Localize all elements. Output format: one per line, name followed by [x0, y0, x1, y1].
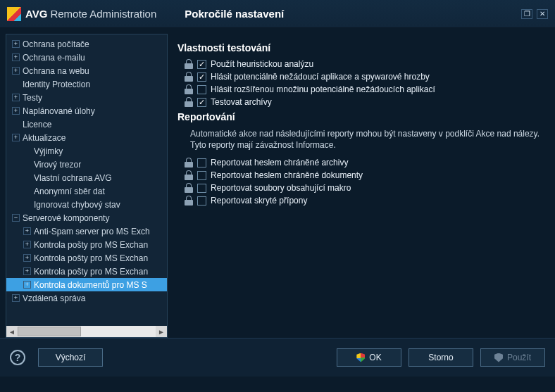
- tree-item-label: Kontrola pošty pro MS Exchan: [34, 253, 148, 263]
- tree-item[interactable]: +Aktualizace: [6, 131, 167, 144]
- lock-icon[interactable]: [185, 59, 193, 69]
- tree-item[interactable]: +Kontrola pošty pro MS Exchan: [6, 265, 167, 278]
- lock-icon[interactable]: [185, 170, 193, 180]
- tree-item[interactable]: Anonymní sběr dat: [6, 184, 167, 198]
- expand-icon[interactable]: +: [23, 281, 31, 289]
- tree-item[interactable]: +Vzdálená správa: [6, 291, 167, 305]
- ok-button[interactable]: OK: [337, 348, 401, 367]
- close-button[interactable]: ✕: [537, 9, 548, 19]
- shield-icon: [356, 353, 365, 362]
- reporting-description: Automatické akce nad následujícími repor…: [190, 128, 541, 151]
- tree-item[interactable]: +Testy: [6, 91, 167, 104]
- tree-item[interactable]: Vlastní ochrana AVG: [6, 171, 167, 184]
- shield-icon: [494, 353, 503, 362]
- tree-item[interactable]: +Naplánované úlohy: [6, 104, 167, 118]
- tree-item-label: Anonymní sběr dat: [34, 186, 105, 196]
- expand-icon[interactable]: +: [23, 227, 31, 235]
- lock-icon[interactable]: [185, 97, 193, 107]
- tree-item[interactable]: Identity Protection: [6, 77, 167, 91]
- help-button[interactable]: ?: [10, 350, 25, 365]
- tree-item[interactable]: Ignorovat chybový stav: [6, 198, 167, 211]
- content-panel: Vlastnosti testování Použít heuristickou…: [173, 34, 549, 338]
- expand-icon[interactable]: +: [12, 107, 20, 115]
- horizontal-scrollbar[interactable]: ◄ ►: [6, 326, 167, 337]
- checkbox-row: Hlásit rozšířenou množinu potenciálně ne…: [185, 84, 541, 94]
- checkbox[interactable]: [197, 158, 206, 167]
- checkbox-row: Testovat archívy: [185, 97, 541, 107]
- checkbox-label: Použít heuristickou analýzu: [211, 59, 313, 69]
- checkbox[interactable]: [197, 85, 206, 94]
- tree-item[interactable]: +Ochrana na webu: [6, 64, 167, 77]
- scrollbar-thumb[interactable]: [18, 327, 81, 336]
- tree-item[interactable]: −Serverové komponenty: [6, 211, 167, 225]
- tree-item-label: Kontrola dokumentů pro MS S: [34, 280, 147, 290]
- maximize-button[interactable]: ❐: [521, 9, 532, 19]
- checkbox[interactable]: [197, 196, 206, 206]
- lock-icon[interactable]: [185, 84, 193, 94]
- expand-icon[interactable]: +: [12, 94, 20, 101]
- lock-icon[interactable]: [185, 72, 193, 82]
- tree-item[interactable]: +Anti-Spam server pro MS Exch: [6, 225, 167, 238]
- checkbox-label: Reportovat soubory obsahující makro: [211, 183, 351, 193]
- scroll-left-icon[interactable]: ◄: [6, 326, 18, 337]
- checkbox[interactable]: [197, 60, 206, 69]
- brand-name: AVG: [25, 8, 47, 20]
- expand-icon[interactable]: +: [23, 241, 31, 248]
- apply-button[interactable]: Použít: [480, 348, 545, 367]
- lock-icon[interactable]: [185, 158, 193, 167]
- checkbox-label: Reportovat skryté přípony: [211, 196, 307, 206]
- expand-icon[interactable]: +: [23, 254, 31, 262]
- expander-placeholder: [23, 201, 31, 208]
- tree-item-label: Vzdálená správa: [23, 293, 85, 303]
- checkbox[interactable]: [197, 171, 206, 180]
- section-reporting: Reportování: [177, 111, 541, 122]
- tree-item[interactable]: +Ochrana počítače: [6, 37, 167, 51]
- checkbox-row: Reportovat heslem chráněné archivy: [185, 158, 541, 167]
- checkbox-label: Reportovat heslem chráněné archivy: [211, 158, 348, 167]
- tree-item-label: Licence: [23, 120, 51, 129]
- default-button[interactable]: Výchozí: [38, 348, 103, 367]
- tree-item-label: Serverové komponenty: [23, 213, 109, 223]
- expand-icon[interactable]: +: [12, 67, 20, 75]
- expand-icon[interactable]: +: [12, 134, 20, 141]
- tree-item-label: Aktualizace: [23, 133, 66, 143]
- lock-icon[interactable]: [185, 183, 193, 193]
- tree-item[interactable]: +Kontrola pošty pro MS Exchan: [6, 238, 167, 251]
- footer: ? Výchozí OK Storno Použít: [0, 338, 555, 377]
- expander-placeholder: [23, 160, 31, 168]
- lock-icon[interactable]: [185, 196, 193, 206]
- tree-item[interactable]: Licence: [6, 118, 167, 131]
- checkbox-row: Použít heuristickou analýzu: [185, 59, 541, 69]
- expand-icon[interactable]: +: [12, 40, 20, 48]
- tree-item[interactable]: +Kontrola dokumentů pro MS S: [6, 278, 167, 291]
- checkbox[interactable]: [197, 72, 206, 82]
- checkbox[interactable]: [197, 184, 206, 193]
- tree-item-label: Kontrola pošty pro MS Exchan: [34, 267, 148, 277]
- tree-item-label: Ochrana e-mailu: [23, 53, 85, 63]
- avg-logo-icon: [7, 7, 21, 21]
- collapse-icon[interactable]: −: [12, 214, 20, 222]
- expander-placeholder: [23, 187, 31, 195]
- product-name: Remote Administration: [50, 8, 156, 20]
- tree-item[interactable]: +Ochrana e-mailu: [6, 51, 167, 64]
- expander-placeholder: [23, 147, 31, 155]
- expand-icon[interactable]: +: [23, 267, 31, 275]
- settings-tree: +Ochrana počítače+Ochrana e-mailu+Ochran…: [6, 34, 168, 338]
- checkbox-label: Hlásit rozšířenou množinu potenciálně ne…: [211, 84, 435, 94]
- checkbox-label: Hlásit potenciálně nežádoucí aplikace a …: [211, 72, 430, 82]
- tree-item-label: Kontrola pošty pro MS Exchan: [34, 240, 148, 250]
- checkbox-label: Testovat archívy: [211, 97, 272, 107]
- expand-icon[interactable]: +: [12, 294, 20, 302]
- checkbox[interactable]: [197, 98, 206, 107]
- checkbox-row: Hlásit potenciálně nežádoucí aplikace a …: [185, 72, 541, 82]
- tree-item[interactable]: Výjimky: [6, 144, 167, 158]
- cancel-button[interactable]: Storno: [409, 348, 473, 367]
- checkbox-row: Reportovat soubory obsahující makro: [185, 183, 541, 193]
- checkbox-label: Reportovat heslem chráněné dokumenty: [211, 170, 363, 180]
- tree-item[interactable]: Virový trezor: [6, 158, 167, 171]
- tree-item-label: Virový trezor: [34, 160, 81, 170]
- expander-placeholder: [12, 120, 20, 128]
- expand-icon[interactable]: +: [12, 53, 20, 61]
- scroll-right-icon[interactable]: ►: [156, 326, 167, 337]
- tree-item[interactable]: +Kontrola pošty pro MS Exchan: [6, 251, 167, 265]
